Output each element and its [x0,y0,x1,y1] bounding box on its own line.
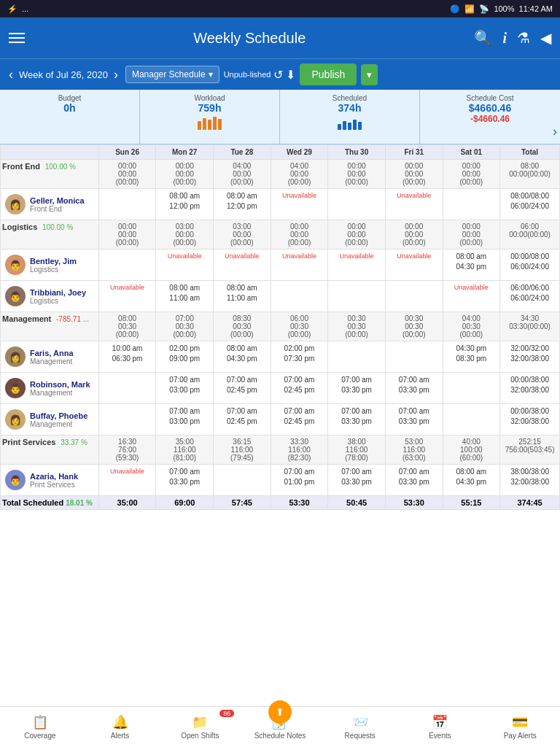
shift-cell[interactable]: Unavailable [271,249,328,281]
shift-cell[interactable]: 08:00/08:0006:00/24:00 [500,189,560,220]
table-row[interactable]: 👩 Buffay, Phoebe Management 07:00 am03:0… [1,404,560,436]
next-week-button[interactable]: › [111,67,121,82]
publish-dropdown-button[interactable]: ▾ [361,64,378,85]
shift-cell[interactable]: 07:00 am03:00 pm [156,373,214,404]
prev-week-button[interactable]: ‹ [6,67,16,82]
shift-cell[interactable]: 08:00 am12:00 pm [214,189,271,220]
shift-cell[interactable]: Unavailable [98,465,156,496]
group-time-cell[interactable]: 38:00116:00(78:00) [328,436,386,465]
shift-cell[interactable]: 07:00 am02:45 pm [271,373,328,404]
shift-cell[interactable]: Unavailable [385,249,443,281]
shift-cell[interactable] [98,249,156,281]
shift-cell[interactable] [328,281,386,312]
group-time-cell[interactable]: 04:0000:00(00:00) [271,160,328,189]
shift-cell[interactable] [385,281,443,312]
group-time-cell[interactable]: 16:3076:00(59:30) [98,436,156,465]
group-time-cell[interactable]: 00:3000:30(00:00) [385,312,443,341]
shift-cell[interactable]: 08:00 am11:00 am [156,281,214,312]
shift-cell[interactable] [271,281,328,312]
menu-button[interactable] [9,33,25,43]
group-time-cell[interactable]: 00:0000:00(00:00) [385,160,443,189]
group-time-cell[interactable]: 00:0000:00(00:00) [328,220,386,249]
search-icon[interactable]: 🔍 [474,29,492,47]
shift-cell[interactable]: 07:00 am02:45 pm [214,404,271,436]
shift-cell[interactable]: Unavailable [443,281,500,312]
group-time-cell[interactable]: 03:0000:00(00:00) [214,220,271,249]
table-row[interactable]: 👨 Azaria, Hank Print Services Unavailabl… [1,465,560,496]
shift-cell[interactable]: 07:00 am03:30 pm [385,373,443,404]
group-time-cell[interactable]: 04:0000:30(00:00) [443,312,500,341]
shift-cell[interactable]: 06:00/06:0006:00/24:00 [500,281,560,312]
shift-cell[interactable]: 00:00/38:0032:00/38:00 [500,373,560,404]
group-time-cell[interactable]: 00:0000:00(00:00) [156,160,214,189]
group-time-cell[interactable]: 00:0000:00(00:00) [328,160,386,189]
refresh-icon[interactable]: ↺ [273,68,283,82]
shift-cell[interactable]: 08:00 am04:30 pm [443,249,500,281]
shift-cell[interactable]: 08:00 am04:30 pm [443,465,500,496]
shift-cell[interactable]: 10:00 am06:30 pm [98,341,156,373]
shift-cell[interactable] [443,373,500,404]
shift-cell[interactable]: 32:00/32:0032:00/38:00 [500,341,560,373]
shift-cell[interactable] [98,189,156,220]
group-time-cell[interactable]: 04:0000:00(00:00) [214,160,271,189]
group-time-cell[interactable]: 40:00100:00(60:00) [443,436,500,465]
shift-cell[interactable]: Unavailable [385,189,443,220]
shift-cell[interactable]: 07:00 am03:30 pm [156,465,214,496]
group-row[interactable]: Management -785.71 ...08:0000:30(00:00)0… [1,312,560,341]
shift-cell[interactable]: 08:00 am12:00 pm [156,189,214,220]
shift-cell[interactable]: 07:00 am02:45 pm [214,373,271,404]
group-time-cell[interactable]: 06:0000:30(00:00) [271,312,328,341]
shift-cell[interactable]: 07:00 am03:30 pm [328,404,386,436]
group-time-cell[interactable]: 06:0000:00(00:00) [500,220,560,249]
shift-cell[interactable]: Unavailable [271,189,328,220]
schedule-cost-summary[interactable]: Schedule Cost $4660.46 -$4660.46 › [420,90,560,144]
table-row[interactable]: 👨 Bentley, Jim Logistics UnavailableUnav… [1,249,560,281]
group-time-cell[interactable]: 00:0000:00(00:00) [385,220,443,249]
shift-cell[interactable]: Unavailable [156,249,214,281]
shift-cell[interactable] [328,341,386,373]
group-time-cell[interactable]: 252:15756:00(503:45) [500,436,560,465]
group-time-cell[interactable]: 53:00116:00(63:00) [385,436,443,465]
shift-cell[interactable] [328,189,386,220]
shift-cell[interactable]: Unavailable [214,249,271,281]
shift-cell[interactable]: Unavailable [328,249,386,281]
shift-cell[interactable] [214,465,271,496]
publish-button[interactable]: Publish [300,63,357,85]
group-row[interactable]: Print Services 33.37 %16:3076:00(59:30)3… [1,436,560,465]
shift-cell[interactable]: 07:00 am03:30 pm [385,465,443,496]
shift-cell[interactable]: 07:00 am03:30 pm [328,373,386,404]
filter-icon[interactable]: ⚗ [517,29,530,47]
shift-cell[interactable]: 02:00 pm07:30 pm [271,341,328,373]
group-time-cell[interactable]: 00:0000:00(00:00) [443,220,500,249]
group-time-cell[interactable]: 08:0000:00(00:00) [500,160,560,189]
shift-cell[interactable]: 07:00 am03:30 pm [328,465,386,496]
schedule-select[interactable]: Manager Schedule ▾ [125,66,219,83]
shift-cell[interactable] [98,404,156,436]
shift-cell[interactable] [443,189,500,220]
shift-cell[interactable]: Unavailable [98,281,156,312]
group-row[interactable]: Front End 100.00 %00:0000:00(00:00)00:00… [1,160,560,189]
info-icon[interactable]: i [502,30,507,47]
group-time-cell[interactable]: 07:0000:30(00:00) [156,312,214,341]
shift-cell[interactable]: 00:00/08:0006:00/24:00 [500,249,560,281]
group-time-cell[interactable]: 00:0000:00(00:00) [271,220,328,249]
table-row[interactable]: 👩 Geller, Monica Front End 08:00 am12:00… [1,189,560,220]
group-time-cell[interactable]: 35:00116:00(81:00) [156,436,214,465]
group-time-cell[interactable]: 03:0000:00(00:00) [156,220,214,249]
back-icon[interactable]: ◀ [540,29,551,47]
shift-cell[interactable]: 00:00/38:0032:00/38:00 [500,404,560,436]
table-row[interactable]: 👩 Faris, Anna Management 10:00 am06:30 p… [1,341,560,373]
group-time-cell[interactable]: 00:0000:00(00:00) [98,220,156,249]
shift-cell[interactable] [443,404,500,436]
group-row[interactable]: Logistics 100.00 %00:0000:00(00:00)03:00… [1,220,560,249]
shift-cell[interactable]: 07:00 am01:00 pm [271,465,328,496]
shift-cell[interactable]: 07:00 am03:00 pm [156,404,214,436]
shift-cell[interactable]: 04:30 pm08:30 pm [443,341,500,373]
download-icon[interactable]: ⬇ [286,68,295,82]
group-time-cell[interactable]: 08:0000:30(00:00) [98,312,156,341]
shift-cell[interactable]: 08:00 am04:30 pm [214,341,271,373]
shift-cell[interactable]: 02:00 pm09:00 pm [156,341,214,373]
group-time-cell[interactable]: 08:3000:30(00:00) [214,312,271,341]
table-row[interactable]: 👨 Robinson, Mark Management 07:00 am03:0… [1,373,560,404]
group-time-cell[interactable]: 34:3003:30(00:00) [500,312,560,341]
